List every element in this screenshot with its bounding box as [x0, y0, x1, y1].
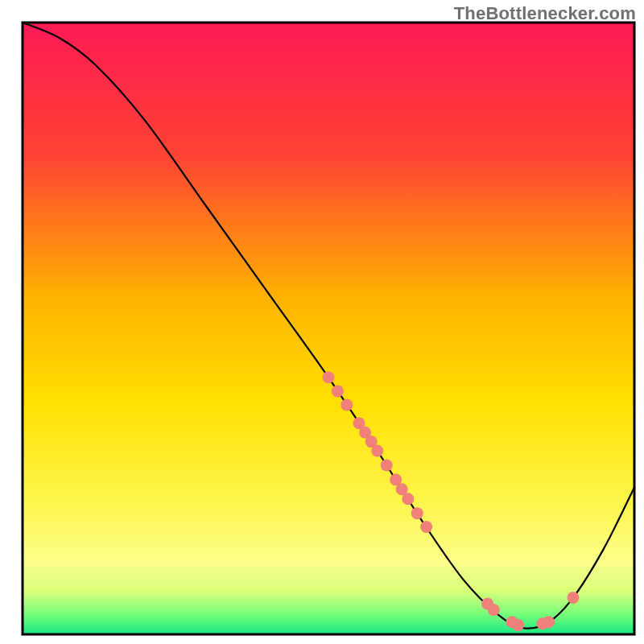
- data-point: [341, 399, 353, 411]
- data-point: [371, 445, 383, 457]
- chart-svg: [0, 0, 644, 644]
- plot-background: [23, 23, 634, 634]
- data-point: [543, 616, 555, 628]
- attribution-label: TheBottlenecker.com: [454, 3, 636, 24]
- data-point: [488, 604, 500, 616]
- data-point: [512, 619, 524, 631]
- data-point: [402, 493, 414, 505]
- data-point: [332, 385, 344, 397]
- data-point: [323, 371, 335, 383]
- data-point: [381, 459, 393, 471]
- data-point: [411, 507, 423, 519]
- chart-container: TheBottlenecker.com: [0, 0, 644, 644]
- data-point: [420, 521, 432, 533]
- data-point: [568, 592, 580, 604]
